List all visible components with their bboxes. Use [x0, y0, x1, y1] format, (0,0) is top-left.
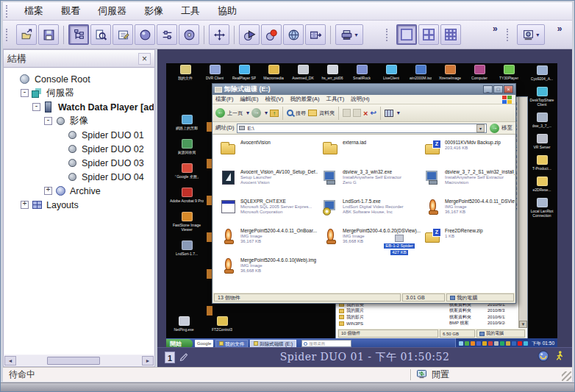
- tree-item[interactable]: + Layouts: [4, 198, 154, 212]
- desktop-icon[interactable]: Cyo9204_A...: [526, 65, 557, 81]
- desktop-icon[interactable]: LiveClient: [376, 65, 406, 80]
- folder-row[interactable]: WIN3PS BMP 檔案 2010/9/24 上午 09:45: [339, 321, 505, 327]
- menu-item[interactable]: 伺服器: [89, 2, 135, 20]
- close-button[interactable]: ×: [504, 85, 513, 93]
- toolbar-overflow-button[interactable]: »: [557, 24, 562, 34]
- menu-item[interactable]: 檔案: [15, 2, 52, 20]
- expand-toggle[interactable]: -: [32, 103, 40, 111]
- scrollbar-thumb[interactable]: [47, 357, 100, 365]
- desktop-icon[interactable]: FastStone Image Viewer: [168, 212, 206, 232]
- desktop-icon[interactable]: RealPlayer SP: [229, 65, 259, 80]
- desktop-icon[interactable]: e2DRese...: [526, 177, 557, 192]
- desktop-icon[interactable]: NetPing.exe: [168, 316, 200, 332]
- desktop-icon[interactable]: Macromedia: [259, 65, 288, 80]
- eagle-eye-button[interactable]: [135, 24, 155, 45]
- audio-orb-icon[interactable]: [538, 350, 549, 365]
- menubar-grip[interactable]: [6, 5, 8, 18]
- dropdown-icon[interactable]: ▾: [265, 110, 268, 116]
- layout-nine-button[interactable]: [440, 24, 461, 45]
- file-tile[interactable]: LndSort-1.7.5.exe LndSort Digital Video …: [322, 199, 424, 228]
- expand-toggle[interactable]: -: [21, 89, 29, 97]
- desktop-icon[interactable]: SmallRock: [347, 65, 376, 80]
- desktop-icon[interactable]: DeskTopShare Client: [526, 87, 557, 107]
- desktop-icon[interactable]: VR Server: [526, 134, 557, 149]
- tree-item[interactable]: - 伺服器: [4, 86, 154, 100]
- record-button[interactable]: [261, 24, 282, 45]
- minimize-button[interactable]: _: [483, 85, 493, 93]
- scroll-right-button[interactable]: ►: [142, 356, 154, 366]
- tree-item[interactable]: Spider DUO 01: [4, 128, 154, 142]
- desktop-icon[interactable]: Local LanRiot Connection: [526, 198, 557, 218]
- explorer-menu-item[interactable]: 工具(T): [326, 96, 345, 103]
- panel-close-button[interactable]: ×: [138, 53, 151, 65]
- tray-icon[interactable]: [465, 341, 469, 346]
- desktop-icon[interactable]: 網路上的芳鄰: [168, 115, 206, 130]
- file-list-area[interactable]: AvocentVision externa.iad: [213, 135, 515, 293]
- explorer-menu-item[interactable]: 說明(H): [351, 96, 369, 103]
- file-tile[interactable]: MergePoint5200-4.4.0.11_OnBoar... IMG Im…: [220, 228, 322, 257]
- selected-file-tile[interactable]: EB-1-2 Spider 427 KB: [376, 235, 422, 255]
- maximize-button[interactable]: □: [493, 85, 503, 93]
- taskbar-button[interactable]: 我的文件: [215, 340, 248, 348]
- vertical-scrollbar[interactable]: ▼: [518, 97, 527, 328]
- tray-icon[interactable]: [494, 341, 499, 346]
- tray-icon[interactable]: [524, 341, 528, 346]
- desktop-icon[interactable]: DVR Client: [200, 65, 229, 80]
- toolbar-grip[interactable]: [6, 29, 8, 41]
- file-tile[interactable]: Avocent_Vision_AV100_Setup_Def.. Setup L…: [220, 169, 322, 199]
- address-input[interactable]: E:\ ▾: [237, 124, 487, 133]
- folders-icon[interactable]: [308, 110, 317, 116]
- folder-row[interactable]: 我的影片 檔案資料夾 2010/6/11 下午 04:36: [339, 314, 505, 321]
- settings-button[interactable]: [157, 24, 177, 45]
- menu-item[interactable]: 觀看: [52, 2, 89, 20]
- explorer-menu-item[interactable]: 我的最愛(A): [290, 96, 320, 103]
- tree-item[interactable]: - 影像: [4, 114, 154, 128]
- scroll-left-button[interactable]: ◄: [4, 356, 16, 366]
- snapshot-device-button[interactable]: ▾: [517, 24, 545, 45]
- explorer-title-bar[interactable]: 卸除式磁碟 (E:) _ □ ×: [213, 84, 515, 95]
- move-to-button[interactable]: [343, 109, 351, 117]
- desktop-icon[interactable]: Computer: [465, 65, 494, 80]
- tree-horizontal-scrollbar[interactable]: ◄ ►: [4, 355, 154, 366]
- desktop-icon[interactable]: hs_err_pid06: [318, 65, 347, 80]
- search-icon[interactable]: [287, 110, 293, 116]
- tree-item[interactable]: Spider DUO 03: [4, 156, 154, 170]
- tray-icon[interactable]: [512, 341, 516, 346]
- save-button[interactable]: [38, 24, 59, 45]
- desktop-icon[interactable]: 資源回收筒: [168, 139, 206, 154]
- export-video-button[interactable]: [305, 24, 326, 45]
- desktop-icon[interactable]: 我的文件: [171, 65, 200, 80]
- tree-item[interactable]: - Watch Data Player [ad: [4, 100, 154, 114]
- tray-icon[interactable]: [488, 341, 493, 346]
- taskbar-button[interactable]: 卸除式磁碟 (E:): [250, 340, 296, 348]
- tree-item[interactable]: Spider DUO 02: [4, 142, 154, 156]
- menu-item[interactable]: 工具: [172, 2, 209, 20]
- dropdown-icon[interactable]: ▾: [246, 110, 249, 116]
- tray-icon[interactable]: [459, 341, 463, 346]
- back-label[interactable]: 上一頁: [227, 110, 243, 117]
- tray-icon[interactable]: [500, 341, 504, 346]
- desktop-icon[interactable]: TY30Player: [494, 65, 524, 80]
- resize-grip[interactable]: [562, 371, 571, 381]
- forward-button[interactable]: →: [251, 108, 261, 118]
- views-button[interactable]: [385, 110, 393, 117]
- tray-icon[interactable]: [506, 341, 510, 346]
- desktop-search-box[interactable]: 搜尋桌面: [301, 340, 351, 347]
- toolbar-grip[interactable]: [507, 29, 509, 41]
- menu-item[interactable]: 影像: [135, 2, 172, 20]
- delete-button[interactable]: ×: [363, 109, 368, 118]
- file-tile[interactable]: MergePoint5200-4.4.0.11_DSView... IMG Im…: [424, 199, 515, 228]
- toolbar-overflow-button[interactable]: »: [493, 24, 498, 34]
- structure-panel-button[interactable]: [68, 24, 89, 45]
- expand-toggle[interactable]: +: [44, 187, 52, 195]
- file-tile[interactable]: AvocentVision: [220, 140, 322, 169]
- desktop-icon[interactable]: win2000M.iso: [406, 65, 435, 80]
- search-label[interactable]: 搜尋: [296, 110, 306, 117]
- edit-log-button[interactable]: [113, 24, 133, 45]
- desktop-icon[interactable]: LndSort-1.7...: [168, 240, 206, 256]
- tray-icon[interactable]: [471, 341, 475, 346]
- disc-button[interactable]: [179, 24, 199, 45]
- explorer-menu-item[interactable]: 編輯(E): [240, 96, 259, 103]
- motion-runner-icon[interactable]: [554, 350, 565, 365]
- play-button[interactable]: [239, 24, 260, 45]
